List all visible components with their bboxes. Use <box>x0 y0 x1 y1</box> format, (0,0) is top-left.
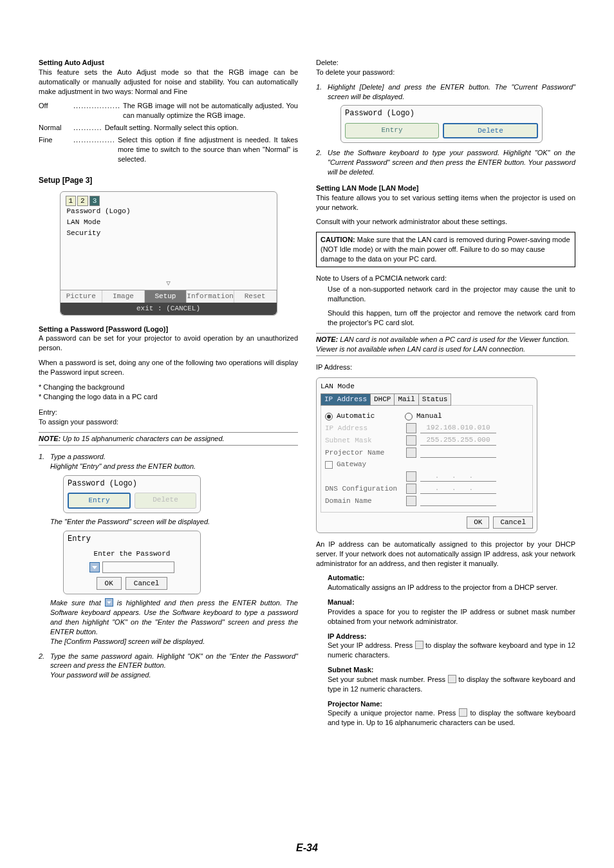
svg-marker-0 <box>92 566 97 569</box>
page-number: E-34 <box>0 841 614 855</box>
delete-button: Delete <box>135 493 196 509</box>
osd-tab-1: 1 <box>66 196 77 207</box>
password-field <box>102 561 174 573</box>
radio-automatic <box>325 413 333 420</box>
del-step-1: 1. Highlight [Delete] and press the ENTE… <box>328 82 575 144</box>
osd-item-lanmode: LAN Mode <box>66 217 272 228</box>
manual-page: Setting Auto Adjust This feature sets th… <box>0 0 614 868</box>
note-15-chars: NOTE: Up to 15 alphanumeric characters c… <box>39 432 298 446</box>
lan-cancel-button: Cancel <box>493 516 533 529</box>
ip-desc: An IP address can be automatically assig… <box>316 540 575 569</box>
osd-item-security: Security <box>66 228 272 239</box>
keyboard-icon <box>406 484 416 494</box>
t-subnet: Set your subnet mask number. Press to di… <box>328 675 575 694</box>
entry-label: Entry: <box>39 408 298 417</box>
lan-p2: Consult with your network administrator … <box>316 217 575 227</box>
heading-set-password: Setting a Password [Password (Logo)] <box>39 325 298 334</box>
lan-p1: This feature allows you to set various s… <box>316 193 575 212</box>
caution-box: CAUTION: Make sure that the LAN card is … <box>316 232 575 267</box>
svg-marker-1 <box>107 601 111 604</box>
radio-manual <box>405 413 413 420</box>
osd-menu-setup: Setup <box>145 290 187 303</box>
note-lan-card: NOTE: LAN card is not available when a P… <box>316 333 575 356</box>
h-automatic: Automatic: <box>328 573 575 583</box>
h-ipaddress: IP Address: <box>328 632 575 641</box>
osd-setup-figure: 1 2 3 Password (Logo) LAN Mode Security … <box>60 191 277 316</box>
lan-tab-dhcp: DHCP <box>370 393 395 406</box>
entry-text: To assign your password: <box>39 417 298 427</box>
delete-button: Delete <box>443 123 538 139</box>
auto-adjust-desc: This feature sets the Auto Adjust mode s… <box>39 68 298 97</box>
osd-item-password: Password (Logo) <box>66 206 272 217</box>
pcmcia-1: Use of a non-supported network card in t… <box>328 285 575 304</box>
heading-setup-page3: Setup [Page 3] <box>39 175 298 185</box>
keyboard-icon <box>406 471 416 482</box>
step-1: 1. Type a password. Highlight "Entry" an… <box>50 452 298 646</box>
def-off: Off .................. The RGB image wil… <box>39 101 298 120</box>
osd-tab-2: 2 <box>77 196 88 207</box>
checkbox-gateway <box>325 461 333 469</box>
bullet-logo: * Changing the logo data in a PC card <box>39 392 298 402</box>
keyboard-icon <box>459 708 467 717</box>
dlg-password-entry: Password (Logo) Entry Delete <box>63 475 201 513</box>
t-automatic: Automatically assigns an IP address to t… <box>328 583 575 592</box>
t-manual: Provides a space for you to register the… <box>328 607 575 627</box>
keyboard-icon <box>448 675 456 683</box>
cancel-button: Cancel <box>126 577 168 590</box>
osd-menu-reset: Reset <box>234 290 277 303</box>
keyboard-icon <box>406 496 416 506</box>
dlg-lan-mode: LAN Mode IP Address DHCP Mail Status Aut… <box>316 377 537 533</box>
left-column: Setting Auto Adjust This feature sets th… <box>39 58 298 733</box>
h-subnet: Subnet Mask: <box>328 665 575 675</box>
h-projector-name: Projector Name: <box>328 699 575 709</box>
keyboard-icon <box>415 641 423 649</box>
del-step-2: 2. Use the Software keyboard to type you… <box>328 148 575 177</box>
keyboard-icon <box>105 598 113 607</box>
lan-ok-button: OK <box>467 516 489 529</box>
keyboard-icon <box>406 435 416 446</box>
delete-text: To delete your password: <box>316 68 575 77</box>
def-fine: Fine ................ Select this option… <box>39 135 298 164</box>
osd-exit-label: exit : (CANCEL) <box>60 303 277 315</box>
lan-tab-ip: IP Address <box>321 393 371 406</box>
dlg-password-delete: Password (Logo) Entry Delete <box>340 105 543 143</box>
keyboard-icon <box>406 448 416 458</box>
pcmcia-2: Should this happen, turn off the project… <box>328 308 575 328</box>
entry-button: Entry <box>68 493 131 509</box>
step-2: 2. Type the same password again. Highlig… <box>50 652 298 681</box>
h-manual: Manual: <box>328 598 575 607</box>
ip-address-label: IP Address: <box>316 363 575 372</box>
password-desc-b: When a password is set, doing any one of… <box>39 358 298 377</box>
pcmcia-heading: Note to Users of a PCMCIA network card: <box>316 274 575 283</box>
keyboard-icon <box>406 423 416 433</box>
t-ipaddress: Set your IP address. Press to display th… <box>328 641 575 660</box>
ok-button: OK <box>97 577 122 590</box>
t-projector-name: Specify a unique projector name. Press t… <box>328 708 575 728</box>
lan-title: LAN Mode <box>321 382 533 392</box>
right-column: Delete: To delete your password: 1. High… <box>316 58 575 733</box>
keyboard-icon <box>89 562 100 572</box>
lan-tab-status: Status <box>418 393 452 406</box>
password-desc-a: A password can be set for your projector… <box>39 334 298 353</box>
delete-label: Delete: <box>316 58 575 68</box>
osd-down-icon: ▽ <box>66 278 272 290</box>
osd-menu-information: Information <box>187 290 234 303</box>
dlg-enter-password: Entry Enter the Password OK Cancel <box>63 531 201 595</box>
def-normal: Normal ........... Default setting. Norm… <box>39 123 298 133</box>
heading-auto-adjust: Setting Auto Adjust <box>39 58 298 68</box>
osd-tab-3: 3 <box>89 196 100 207</box>
entry-button: Entry <box>345 123 439 139</box>
lan-tab-mail: Mail <box>394 393 418 406</box>
osd-menu-image: Image <box>102 290 145 303</box>
bullet-bg: * Changing the background <box>39 382 298 392</box>
heading-lan-mode: Setting LAN Mode [LAN Mode] <box>316 184 575 193</box>
osd-menu-picture: Picture <box>60 290 103 303</box>
